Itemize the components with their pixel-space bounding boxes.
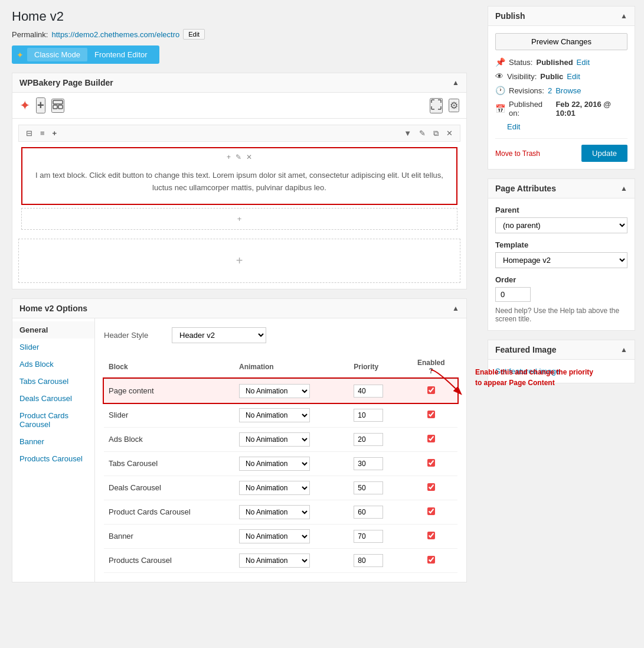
status-icon: 📌: [495, 57, 505, 67]
row-delete-button[interactable]: ✕: [444, 128, 455, 138]
permalink-label: Permalink:: [12, 30, 48, 39]
add-element-between[interactable]: +: [21, 208, 457, 230]
published-edit-link[interactable]: Edit: [507, 122, 520, 131]
animation-select[interactable]: No Animation: [239, 432, 310, 447]
nav-item-product-cards-carousel[interactable]: Product Cards Carousel: [12, 407, 94, 433]
nav-item-deals-carousel[interactable]: Deals Carousel: [12, 390, 94, 407]
row-clone-button[interactable]: ⧉: [431, 128, 441, 139]
table-row: Slider No Animation: [104, 403, 457, 427]
arrow-svg: [425, 364, 472, 399]
page-attributes-body: Parent (no parent) Template Homepage v2 …: [488, 198, 635, 330]
priority-input[interactable]: [354, 554, 383, 567]
nav-item-tabs-carousel[interactable]: Tabs Carousel: [12, 373, 94, 390]
status-label: Status:: [509, 58, 532, 67]
publish-collapse[interactable]: ▲: [620, 12, 627, 20]
options-header: Home v2 Options ▲: [12, 299, 466, 318]
animation-select[interactable]: No Animation: [239, 384, 310, 398]
table-row: Product Cards Carousel No Animation: [104, 500, 457, 524]
priority-input[interactable]: [354, 530, 383, 543]
enabled-checkbox[interactable]: [427, 556, 435, 564]
published-label: Published on:: [509, 100, 552, 118]
animation-select[interactable]: No Animation: [239, 457, 310, 471]
animation-select[interactable]: No Animation: [239, 408, 310, 422]
enabled-checkbox[interactable]: [427, 459, 435, 467]
nav-item-products-carousel[interactable]: Products Carousel: [12, 450, 94, 467]
enabled-checkbox[interactable]: [427, 532, 435, 539]
nav-item-banner[interactable]: Banner: [12, 433, 94, 450]
header-style-select[interactable]: Header v2 Header v1: [172, 327, 266, 343]
animation-select[interactable]: No Animation: [239, 481, 310, 495]
status-edit-link[interactable]: Edit: [577, 58, 590, 67]
settings-button[interactable]: ⚙: [449, 99, 459, 112]
priority-input[interactable]: [354, 409, 383, 422]
animation-select[interactable]: No Animation: [239, 553, 310, 568]
help-text: Need help? Use the Help tab above the sc…: [495, 307, 627, 323]
visibility-label: Visibility:: [507, 72, 537, 81]
col-priority: Priority: [349, 355, 404, 379]
publish-box: Publish ▲ Preview Changes 📌 Status: Publ…: [488, 6, 635, 170]
update-button[interactable]: Update: [581, 145, 627, 162]
block-animation: No Animation: [234, 427, 349, 451]
preview-changes-button[interactable]: Preview Changes: [495, 33, 627, 50]
priority-input[interactable]: [354, 506, 383, 519]
wpbakery-header: WPBakery Page Builder ▲: [12, 73, 466, 93]
move-to-trash-link[interactable]: Move to Trash: [495, 149, 540, 158]
enabled-checkbox[interactable]: [427, 483, 435, 491]
wpbakery-collapse-arrow[interactable]: ▲: [452, 79, 459, 87]
permalink-edit-button[interactable]: Edit: [183, 29, 205, 40]
permalink-url[interactable]: https://demo2.chethemes.com/electro: [51, 30, 179, 39]
featured-image-collapse[interactable]: ▲: [620, 346, 627, 354]
options-nav: General Slider Ads Block Tabs Carousel D…: [12, 318, 95, 582]
expand-row-button[interactable]: ⊟: [24, 128, 35, 139]
block-name: Page content: [104, 379, 234, 403]
page-attributes-collapse[interactable]: ▲: [620, 184, 627, 193]
block-name: Banner: [104, 524, 234, 548]
options-collapse-arrow[interactable]: ▲: [452, 304, 459, 312]
animation-select[interactable]: No Animation: [239, 529, 310, 543]
priority-input[interactable]: [354, 433, 383, 446]
priority-input[interactable]: [354, 457, 383, 470]
revisions-icon: 🕐: [495, 86, 505, 95]
options-body: General Slider Ads Block Tabs Carousel D…: [12, 318, 466, 582]
visibility-edit-link[interactable]: Edit: [567, 72, 580, 81]
status-value: Published: [536, 58, 573, 67]
table-row: Ads Block No Animation: [104, 427, 457, 451]
enabled-checkbox[interactable]: [427, 411, 435, 418]
row-dropdown-button[interactable]: ▼: [401, 128, 414, 138]
block-animation: No Animation: [234, 403, 349, 427]
animation-select[interactable]: No Animation: [239, 505, 310, 519]
enabled-checkbox[interactable]: [427, 507, 435, 515]
wpbakery-content: ⊟ ≡ + ▼ ✎ ⧉ ✕ + ✎ ✕: [12, 119, 466, 289]
header-style-label: Header Style: [104, 331, 163, 340]
wpbakery-toolbar: ✦ + ⚙: [12, 93, 466, 119]
fullscreen-button[interactable]: [430, 98, 443, 113]
frontend-editor-button[interactable]: Frontend Editor: [87, 48, 155, 61]
block-priority: [349, 403, 404, 427]
priority-input[interactable]: [354, 481, 383, 494]
revisions-value[interactable]: 2: [548, 86, 552, 95]
order-input[interactable]: [495, 287, 531, 302]
text-add-icon[interactable]: +: [227, 153, 231, 161]
wpbakery-panel: WPBakery Page Builder ▲ ✦ +: [12, 73, 467, 289]
enabled-checkbox[interactable]: [427, 435, 435, 442]
add-row-icon[interactable]: +: [236, 254, 243, 267]
template-select[interactable]: Homepage v2: [495, 252, 627, 268]
add-template-button[interactable]: [51, 99, 64, 113]
classic-mode-button[interactable]: Classic Mode: [27, 48, 87, 61]
add-column-button[interactable]: +: [50, 128, 60, 139]
text-delete-icon[interactable]: ✕: [246, 153, 252, 161]
nav-item-ads-block[interactable]: Ads Block: [12, 356, 94, 373]
parent-select[interactable]: (no parent): [495, 217, 627, 233]
publish-title: Publish: [495, 11, 525, 21]
arrow-annotation-text: Enable this and change the priorityto ap…: [475, 367, 593, 388]
drag-row-button[interactable]: ≡: [38, 128, 47, 139]
priority-input[interactable]: [354, 385, 383, 398]
text-edit-icon[interactable]: ✎: [236, 153, 241, 161]
add-element-button[interactable]: +: [36, 97, 45, 113]
empty-add-row[interactable]: +: [18, 239, 460, 283]
revisions-browse-link[interactable]: Browse: [555, 86, 581, 95]
nav-item-general[interactable]: General: [12, 321, 94, 338]
blocks-table: Block Animation Priority Enabled? Page c…: [104, 355, 457, 573]
nav-item-slider[interactable]: Slider: [12, 338, 94, 356]
row-edit-button[interactable]: ✎: [417, 128, 428, 138]
